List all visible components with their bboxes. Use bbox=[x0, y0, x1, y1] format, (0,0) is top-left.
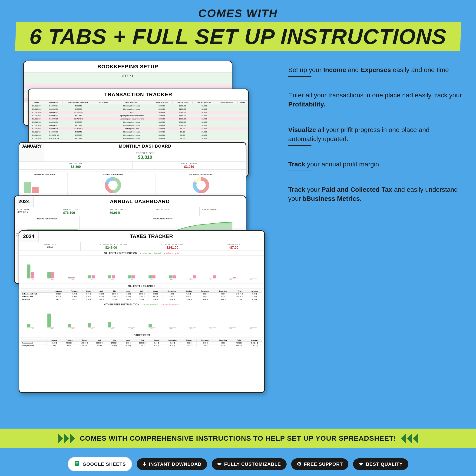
fees-income-legend: ● Fees (income) bbox=[142, 304, 158, 306]
transaction-header-row: DATE INVOICE # INCOME OR EXPENSE CATEGOR… bbox=[29, 101, 248, 104]
google-sheets-icon bbox=[74, 460, 80, 468]
tax-bar-paid bbox=[92, 275, 95, 278]
tp-mar: 8.00 $ bbox=[82, 295, 95, 298]
td-oct: -20.00 $ bbox=[181, 298, 196, 301]
arrow-right-2 bbox=[64, 433, 69, 443]
tp-dec: 4.00 $ bbox=[214, 295, 232, 298]
td-jun: 0.00 $ bbox=[121, 298, 135, 301]
td-feb: 0.00 $ bbox=[66, 298, 82, 301]
download-icon: ⬇ bbox=[142, 461, 147, 467]
support-icon: ⚙ bbox=[297, 461, 302, 467]
tax-bar-paid bbox=[31, 272, 34, 278]
col-note: NOTE bbox=[238, 101, 248, 104]
td-may: 0.00 $ bbox=[108, 298, 121, 301]
tc-may: 20.00 $ bbox=[108, 293, 121, 295]
spreadsheet-stack: BOOKKEEPING SETUP STEP 1 TRANSACTION TRA… bbox=[14, 61, 270, 409]
fe-jun: 20.00 $ bbox=[121, 344, 135, 347]
footer-text: COMES WITH COMPREHENSIVE INSTRUCTIONS TO… bbox=[80, 434, 396, 442]
fi-jun: 0.00 $ bbox=[121, 342, 135, 344]
fees-th-jul: July bbox=[135, 339, 150, 342]
arrow-right-1 bbox=[58, 433, 63, 443]
tax-bar-paid bbox=[233, 277, 236, 278]
tax-bar-pair bbox=[88, 275, 95, 278]
desc-track-tax: Track your Paid and Collected Tax and ea… bbox=[284, 185, 462, 203]
footer-arrows-left bbox=[58, 433, 75, 443]
connector-2 bbox=[288, 111, 311, 111]
fi-apr: 130.00 $ bbox=[92, 342, 107, 344]
fees-income-row: Fees (income) 100.00 $ 400.00 $ 100.00 $… bbox=[21, 342, 262, 344]
th-dec: December bbox=[214, 290, 232, 293]
tax-bar-pair bbox=[209, 275, 216, 278]
best-quality-label: BEST QUALITY bbox=[366, 462, 403, 467]
monthly-stats-row: NET INCOME $6,860 NET EXPENSES $3,050 bbox=[19, 162, 246, 170]
instant-download-label: INSTANT DOWNLOAD bbox=[149, 462, 202, 467]
tc-avg: 9.44 $ bbox=[247, 293, 262, 295]
fees-th-oct: October bbox=[182, 339, 196, 342]
fi-oct: 0.00 $ bbox=[182, 342, 196, 344]
fees-th-nov: November bbox=[196, 339, 214, 342]
table-row: 01.01.2024INVOICE 3EXPENSERent$400.00$30… bbox=[29, 111, 248, 114]
monthly-top-section: JANUARY MONTHLY DASHBOARD PROFIT / LOSS … bbox=[19, 143, 246, 162]
footer-arrows-right bbox=[401, 433, 418, 443]
tp-apr: 20.00 $ bbox=[95, 295, 108, 298]
fees-th-jan: January bbox=[46, 339, 61, 342]
table-row: 01.01.2024INVOICE 6INCOMERevenue from sa… bbox=[29, 121, 248, 124]
sales-tax-dist-title: SALES TAX DISTRIBUTION ● Sales tax colle… bbox=[19, 251, 264, 256]
col-type: INCOME OR EXPENSE bbox=[63, 101, 94, 104]
fi-may: 170.00 $ bbox=[107, 342, 122, 344]
monthly-net-income-value: $6,860 bbox=[20, 165, 132, 169]
desc-text-5: Track your Paid and Collected Tax and ea… bbox=[288, 185, 462, 203]
td-sep: -20.00 $ bbox=[162, 298, 181, 301]
expenses-donut-hole bbox=[196, 181, 206, 190]
tax-bar-collected bbox=[88, 275, 91, 278]
fi-aug: 0.00 $ bbox=[150, 342, 163, 344]
monthly-net-income-label: NET INCOME bbox=[20, 162, 132, 165]
bk-row-2 bbox=[24, 84, 232, 88]
fees-bar-expense bbox=[193, 327, 196, 327]
monthly-pnl-value: $3,810 bbox=[46, 154, 244, 160]
th-label bbox=[21, 290, 51, 293]
tax-bar-collected bbox=[27, 265, 31, 278]
edit-icon: ✏ bbox=[217, 461, 222, 467]
desc-income-expenses: Set up your Income and Expenses easily a… bbox=[284, 65, 462, 77]
fi-dec: 0.00 $ bbox=[214, 342, 232, 344]
desc-track-annual: Track your annual profit margin. bbox=[284, 160, 462, 171]
taxes-paid-value: $241.00 bbox=[144, 246, 201, 249]
tax-bar-collected bbox=[169, 275, 172, 278]
taxes-card: 2024 TAXES TRACKER START DATE 2024 TOTAL… bbox=[18, 230, 265, 393]
income-vs-exp-label: INCOME vs EXPENSES bbox=[17, 218, 78, 220]
legend-collected: ● Sales tax collected bbox=[140, 252, 161, 255]
fees-exp-legend: ● Fees (expenses) bbox=[161, 304, 179, 306]
tax-paid-label: Sales tax paid bbox=[21, 295, 51, 298]
transaction-tbody: 01.01.2024INVOICE 1INCOMERevenue from sa… bbox=[29, 104, 248, 140]
tax-bar-collected bbox=[68, 277, 71, 278]
fees-bar-group bbox=[108, 322, 115, 328]
taxes-stats-row: START DATE 2024 TOTAL SALES TAX COLLECTE… bbox=[19, 242, 264, 251]
fees-bar-pair bbox=[88, 323, 95, 328]
badge-google-sheets: Google Sheets bbox=[68, 457, 132, 471]
fees-th-aug: August bbox=[150, 339, 163, 342]
tax-bar-group bbox=[209, 275, 216, 278]
fe-apr: 20.00 $ bbox=[92, 344, 107, 347]
th-mar: March bbox=[82, 290, 95, 293]
taxes-collected-value: $248.00 bbox=[83, 246, 139, 249]
connector-3 bbox=[288, 145, 311, 146]
fe-mar: 10.00 $ bbox=[77, 344, 92, 347]
taxes-dist-chart: JanFebMarAprMayJunJulAugSepOctNovDec bbox=[19, 256, 264, 284]
fees-bar-pair bbox=[149, 324, 155, 327]
td-aug: 0.00 $ bbox=[149, 298, 162, 301]
tax-diff-label: Difference bbox=[21, 298, 51, 301]
badge-free-support: ⚙ FREE SUPPORT bbox=[291, 458, 349, 470]
connector-4 bbox=[288, 170, 311, 171]
tc-jul: 20.00 $ bbox=[135, 293, 149, 295]
annual-pnl: PROFIT / LOSS $76,100 bbox=[61, 207, 107, 216]
google-sheets-label: Google Sheets bbox=[83, 462, 126, 467]
tax-bar-paid bbox=[132, 275, 135, 278]
cumulative-profit-title: CUMULATIVE PROFIT bbox=[82, 218, 244, 220]
taxes-difference: DIFFERENCE -$7.00 bbox=[203, 242, 264, 251]
tax-paid-row: Sales tax paid 41.00 $ 40.00 $ 8.00 $ 20… bbox=[21, 295, 262, 298]
svg-rect-2 bbox=[76, 462, 78, 462]
tax-bar-group bbox=[189, 275, 196, 278]
col-total: TOTAL AMOUNT bbox=[192, 101, 216, 104]
other-fees-chart: JanFebMarAprMayJunJulAugSepOctNovDec bbox=[19, 307, 264, 333]
